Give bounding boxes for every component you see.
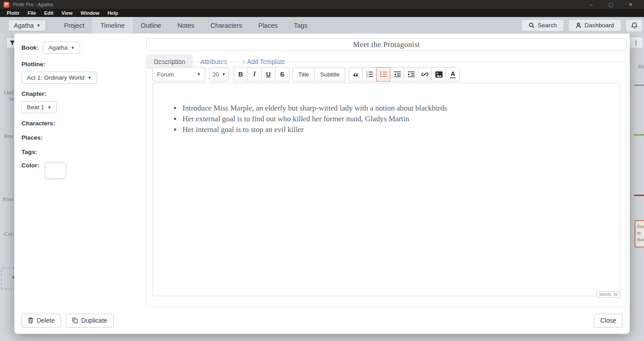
tab-characters[interactable]: Characters bbox=[203, 17, 250, 34]
bullet-item: Introduce Miss Marple, an elderly but sh… bbox=[182, 103, 606, 114]
window-controls: – ▢ ✕ bbox=[581, 2, 640, 8]
book-selector-button[interactable]: Agatha ▼ bbox=[8, 20, 46, 31]
plotline-line-green bbox=[634, 134, 644, 136]
menu-help[interactable]: Help bbox=[103, 10, 122, 16]
plotline-label-cor: Cor bbox=[4, 230, 13, 238]
font-family-dropdown[interactable]: Forum ▼ bbox=[153, 67, 205, 81]
tab-tags[interactable]: Tags bbox=[286, 17, 316, 34]
bullet-list: Introduce Miss Marple, an elderly but sh… bbox=[182, 103, 606, 135]
bullet-list-button[interactable] bbox=[376, 67, 390, 81]
chapter-dropdown[interactable]: Beat 1 ▼ bbox=[21, 101, 57, 113]
copy-icon bbox=[72, 317, 78, 324]
plotline-label: Plotline: bbox=[21, 61, 139, 68]
chevron-down-icon: ▼ bbox=[88, 76, 92, 80]
bullet-item: Her internal goal is to stop an evil kil… bbox=[182, 124, 606, 135]
plotline-label-proa: Proa bbox=[3, 196, 13, 203]
font-size-dropdown[interactable]: 20 ▼ bbox=[209, 67, 229, 81]
plotline-dropdown[interactable]: Act 1: Ordinary World ▼ bbox=[21, 72, 97, 84]
plotline-label-ordinary: Ord bbox=[4, 89, 13, 96]
italic-button[interactable]: I bbox=[247, 67, 262, 81]
close-button[interactable]: Close bbox=[594, 314, 623, 328]
editor-toolbar: Forum ▼ 20 ▼ B I U S Title Subtitle “ 12… bbox=[153, 67, 620, 81]
tab-places[interactable]: Places bbox=[250, 17, 286, 34]
link-icon bbox=[421, 71, 428, 78]
scene-card-dialog: Book: Agatha ▼ Plotline: Act 1: Ordinary… bbox=[14, 31, 630, 334]
close-window-button[interactable]: ✕ bbox=[621, 2, 640, 8]
chevron-down-icon: ▼ bbox=[36, 23, 40, 28]
menu-plottr[interactable]: Plottr bbox=[3, 10, 24, 16]
card-meta-sidebar: Book: Agatha ▼ Plotline: Act 1: Ordinary… bbox=[14, 31, 146, 307]
plottr-logo-icon: P bbox=[4, 2, 9, 8]
rich-text-editor[interactable]: Introduce Miss Marple, an elderly but sh… bbox=[153, 83, 620, 296]
trash-icon bbox=[28, 317, 34, 324]
plotline-label-ordinary-2: W bbox=[9, 96, 14, 103]
font-color-icon: A bbox=[450, 71, 455, 78]
card-main-panel: Meet the Protagonist Description Attribu… bbox=[146, 31, 630, 307]
bullet-item: Her external goal is to find out who kil… bbox=[182, 114, 606, 124]
ordered-list-icon: 123 bbox=[366, 71, 373, 78]
search-button[interactable]: Search bbox=[522, 20, 564, 31]
main-nav-tabs: Project Timeline Outline Notes Character… bbox=[56, 17, 315, 34]
window-title: Plottr Pro - Agatha bbox=[13, 2, 53, 7]
indent-increase-button[interactable] bbox=[404, 67, 418, 81]
timeline-more-button[interactable]: ⋮ bbox=[629, 37, 643, 48]
dashboard-button[interactable]: Dashboard bbox=[569, 20, 621, 31]
link-button[interactable] bbox=[418, 67, 432, 81]
subtitle-style-button[interactable]: Subtitle bbox=[314, 67, 345, 81]
menu-file[interactable]: File bbox=[24, 10, 40, 16]
indent-decrease-icon bbox=[394, 71, 401, 78]
menu-bar: Plottr File Edit View Window Help bbox=[0, 9, 644, 17]
places-label[interactable]: Places: bbox=[21, 134, 139, 141]
tab-notes[interactable]: Notes bbox=[169, 17, 203, 34]
book-dropdown[interactable]: Agatha ▼ bbox=[43, 42, 80, 54]
ordered-list-button[interactable]: 123 bbox=[362, 67, 377, 81]
strikethrough-button[interactable]: S bbox=[275, 67, 289, 81]
underline-button[interactable]: U bbox=[261, 67, 275, 81]
os-titlebar: P Plottr Pro - Agatha – ▢ ✕ bbox=[0, 0, 644, 9]
bullet-list-icon bbox=[380, 71, 387, 78]
image-icon bbox=[435, 71, 443, 78]
chevron-down-icon: ▼ bbox=[71, 46, 75, 50]
indent-decrease-button[interactable] bbox=[390, 67, 404, 81]
chevron-down-icon: ▼ bbox=[197, 72, 201, 77]
svg-text:3: 3 bbox=[366, 75, 368, 78]
timeline-scene-card[interactable]: Equ m Res bbox=[635, 220, 644, 247]
blockquote-button[interactable]: “ bbox=[348, 67, 363, 81]
duplicate-button[interactable]: Duplicate bbox=[66, 314, 113, 328]
card-title: Meet the Protagonist bbox=[353, 40, 420, 49]
word-count-badge: Words: 36 bbox=[597, 291, 620, 298]
color-label: Color: bbox=[21, 162, 39, 169]
app-tab-bar: Agatha ▼ Project Timeline Outline Notes … bbox=[0, 17, 644, 34]
search-icon bbox=[529, 22, 534, 28]
vertical-ellipsis-icon: ⋮ bbox=[633, 39, 639, 46]
bold-button[interactable]: B bbox=[233, 67, 248, 81]
title-style-button[interactable]: Title bbox=[292, 67, 315, 81]
tags-label[interactable]: Tags: bbox=[21, 149, 139, 155]
maximize-button[interactable]: ▢ bbox=[601, 2, 621, 8]
characters-label[interactable]: Characters: bbox=[21, 120, 139, 127]
image-button[interactable] bbox=[432, 67, 446, 81]
chevron-down-icon: ▼ bbox=[47, 105, 51, 110]
chevron-down-icon: ▼ bbox=[222, 72, 226, 77]
menu-window[interactable]: Window bbox=[76, 10, 103, 16]
card-title-field[interactable]: Meet the Protagonist bbox=[146, 38, 627, 51]
tab-outline[interactable]: Outline bbox=[133, 17, 169, 34]
tab-project[interactable]: Project bbox=[56, 17, 92, 34]
notifications-button[interactable] bbox=[626, 20, 642, 31]
tab-timeline[interactable]: Timeline bbox=[92, 17, 132, 34]
indent-increase-icon bbox=[407, 71, 415, 78]
book-label: Book: bbox=[21, 44, 38, 51]
plotline-line-red bbox=[634, 195, 644, 196]
menu-view[interactable]: View bbox=[57, 10, 76, 16]
plotline-line-blue bbox=[634, 85, 644, 86]
color-swatch[interactable] bbox=[45, 162, 66, 179]
minimize-button[interactable]: – bbox=[581, 2, 601, 8]
blockquote-icon: “ bbox=[353, 69, 359, 79]
user-icon bbox=[576, 22, 581, 29]
font-color-button[interactable]: A bbox=[445, 67, 460, 81]
plotline-label-rea: Rea bbox=[4, 132, 13, 140]
menu-edit[interactable]: Edit bbox=[40, 10, 58, 16]
dialog-footer: Delete Duplicate Close bbox=[14, 307, 630, 334]
bell-icon bbox=[631, 22, 638, 29]
delete-button[interactable]: Delete bbox=[21, 314, 61, 328]
